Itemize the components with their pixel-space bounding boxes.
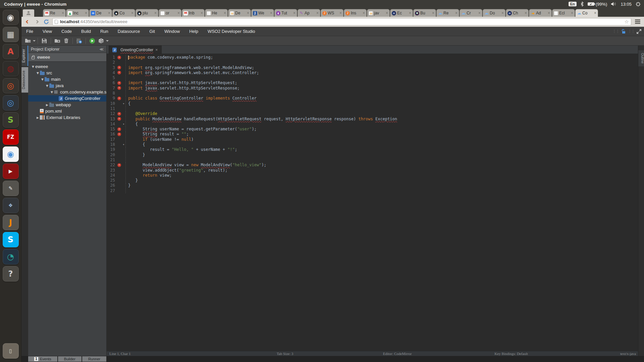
- browser-tab[interactable]: Co×: [112, 9, 135, 17]
- browser-tab[interactable]: WS×: [321, 9, 343, 17]
- code-line[interactable]: 26}: [107, 183, 638, 188]
- expander-open-icon[interactable]: ▼: [36, 71, 40, 75]
- browser-tab[interactable]: Do×: [483, 9, 505, 17]
- editor-tab-greetingcontroller[interactable]: J GreetingController ×: [109, 46, 162, 54]
- code-line[interactable]: 8: [107, 91, 638, 96]
- tab-close-icon[interactable]: ×: [62, 11, 64, 15]
- tab-close-icon[interactable]: ×: [177, 11, 180, 15]
- code-line[interactable]: 27: [107, 188, 638, 193]
- tree-item-src[interactable]: ▼src: [28, 70, 106, 76]
- page-security-icon[interactable]: [55, 20, 58, 24]
- bottom-tab-builder[interactable]: Builder: [58, 356, 82, 362]
- menu-window[interactable]: Window: [160, 27, 184, 36]
- launcher-chromium[interactable]: ◉: [3, 146, 19, 162]
- workspace-row[interactable]: eweee: [28, 53, 106, 62]
- menu-build[interactable]: Build: [76, 27, 96, 36]
- delete-button[interactable]: [62, 37, 70, 45]
- battery-indicator[interactable]: (99%): [588, 2, 607, 7]
- code-line[interactable]: 18▾ {: [107, 142, 638, 147]
- code-line[interactable]: 10▾{: [107, 101, 638, 106]
- code-line[interactable]: 4✕import org.springframework.web.servlet…: [107, 70, 638, 75]
- close-project-button[interactable]: [53, 37, 62, 45]
- menu-view[interactable]: View: [38, 27, 57, 36]
- code-line[interactable]: 1✕package com.codenvy.example.spring;: [107, 55, 638, 60]
- deploy-dropdown-icon[interactable]: [106, 40, 109, 42]
- tree-item-eweee[interactable]: ▼eweee: [28, 63, 106, 70]
- launcher-text-editor-app[interactable]: ✎: [3, 181, 19, 196]
- code-line[interactable]: 21: [107, 158, 638, 163]
- code-line[interactable]: 20 }: [107, 153, 638, 158]
- code-line[interactable]: 7✕import javax.servlet.http.HttpServletR…: [107, 86, 638, 91]
- launcher-app-j[interactable]: J: [3, 215, 19, 230]
- reload-button[interactable]: [43, 18, 50, 25]
- code-line[interactable]: 3✕import org.springframework.web.servlet…: [107, 65, 638, 70]
- browser-tab[interactable]: We×: [251, 9, 274, 17]
- browser-tab[interactable]: Ap×: [298, 9, 320, 17]
- code-line[interactable]: 5: [107, 75, 638, 80]
- browser-tab[interactable]: He×: [205, 9, 228, 17]
- launcher-trash[interactable]: ▯: [3, 343, 19, 359]
- tab-close-icon[interactable]: ×: [247, 11, 249, 15]
- tree-item-com-codenvy-example-sp[interactable]: ▼⊞com.codenvy.example.sp: [28, 89, 106, 95]
- code-line[interactable]: 16✕ String result = "";: [107, 132, 638, 137]
- launcher-app-dark-swirl[interactable]: ◍: [3, 61, 19, 76]
- browser-tab[interactable]: Re×: [43, 9, 66, 17]
- code-line[interactable]: 2: [107, 60, 638, 65]
- browser-tab[interactable]: De×: [228, 9, 251, 17]
- menu-wso2-developer-studio[interactable]: WSO2 Developer Studio: [203, 27, 260, 36]
- menu-datasource[interactable]: Datasource: [113, 27, 145, 36]
- menu-help[interactable]: Help: [184, 27, 203, 36]
- menu-code[interactable]: Code: [57, 27, 76, 36]
- bluetooth-icon[interactable]: [581, 2, 584, 6]
- back-button[interactable]: [24, 18, 31, 25]
- code-line[interactable]: 25 }: [107, 178, 638, 183]
- tree-item-pom-xml[interactable]: mpom.xml: [28, 108, 106, 114]
- launcher-app-orange-spiral[interactable]: ◎: [3, 78, 19, 94]
- bottom-tab-runner[interactable]: Runner: [82, 356, 106, 362]
- browser-tab[interactable]: Inb×: [182, 9, 205, 17]
- code-editor[interactable]: 1✕package com.codenvy.example.spring;23✕…: [107, 54, 638, 351]
- browser-tab[interactable]: Bu×: [413, 9, 436, 17]
- launcher-app-camera[interactable]: ◎: [3, 95, 19, 111]
- tab-close-icon[interactable]: ×: [154, 11, 157, 15]
- clock[interactable]: 13:05: [621, 2, 632, 7]
- browser-tab[interactable]: Ad×: [529, 9, 552, 17]
- tab-close-icon[interactable]: ×: [363, 11, 365, 15]
- code-line[interactable]: 9✕public class GreetingController implem…: [107, 96, 638, 101]
- profile-button[interactable]: [23, 9, 34, 17]
- forward-button[interactable]: [34, 18, 40, 25]
- expander-open-icon[interactable]: ▼: [45, 84, 49, 87]
- url-bar[interactable]: localhost:44350/ws/default/eweee ☆: [52, 18, 631, 25]
- fold-icon[interactable]: ▾: [122, 142, 126, 147]
- launcher-dash-home[interactable]: ◉: [3, 10, 19, 25]
- tab-close-icon[interactable]: ×: [270, 11, 272, 15]
- tab-close-icon[interactable]: ×: [201, 11, 203, 15]
- tab-close-icon[interactable]: ×: [432, 11, 434, 15]
- browser-tab[interactable]: De×: [89, 9, 112, 17]
- expander-closed-icon[interactable]: ▶: [36, 116, 40, 119]
- launcher-media-player[interactable]: ▶: [3, 164, 19, 179]
- run-button[interactable]: [88, 37, 97, 45]
- tab-close-icon[interactable]: ×: [316, 11, 319, 15]
- launcher-help[interactable]: ?: [3, 266, 19, 282]
- code-line[interactable]: 13✕ public ModelAndView handleRequest(Ht…: [107, 117, 638, 122]
- code-line[interactable]: 19 result = "Hello, " + userName + "!";: [107, 147, 638, 152]
- fold-icon[interactable]: ▾: [122, 101, 126, 106]
- tab-close-icon[interactable]: ×: [409, 11, 411, 15]
- keyboard-layout-indicator[interactable]: En: [569, 2, 577, 6]
- browser-menu-button[interactable]: [634, 18, 641, 25]
- launcher-app-teal[interactable]: ◔: [3, 249, 19, 264]
- save-button[interactable]: [40, 37, 49, 45]
- session-gear-icon[interactable]: [636, 2, 641, 7]
- browser-tab[interactable]: Cr×: [460, 9, 482, 17]
- expander-open-icon[interactable]: ▼: [50, 90, 54, 94]
- fold-icon[interactable]: ▾: [122, 122, 126, 127]
- browser-tab[interactable]: jav×: [367, 9, 390, 17]
- open-project-dropdown-icon[interactable]: [33, 40, 36, 42]
- tab-close-icon[interactable]: ×: [108, 11, 110, 15]
- deploy-button[interactable]: [97, 37, 105, 45]
- launcher-skype[interactable]: S: [3, 232, 19, 247]
- launcher-app-green-s[interactable]: S: [3, 112, 19, 128]
- tab-close-icon[interactable]: ×: [594, 11, 596, 15]
- tree-item-main[interactable]: ▼main: [28, 76, 106, 82]
